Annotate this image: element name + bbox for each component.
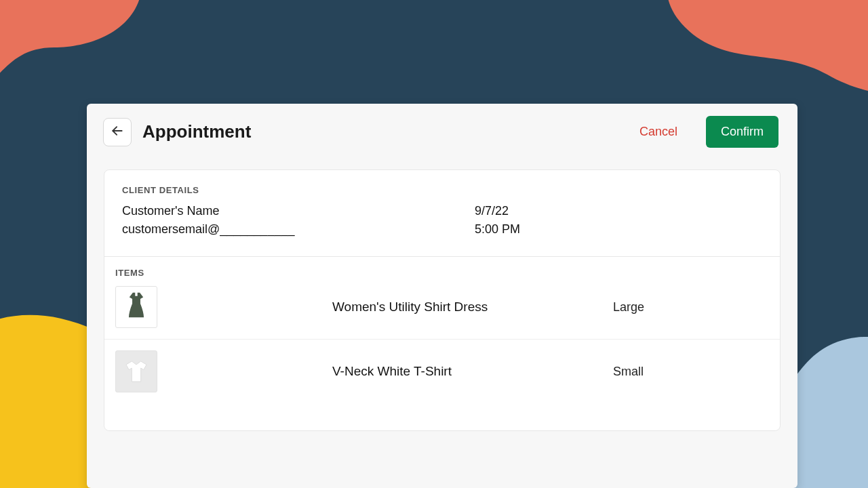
appointment-card: Appointment Cancel Confirm CLIENT DETAIL… <box>87 104 797 488</box>
card-header: Appointment Cancel Confirm <box>87 104 797 160</box>
confirm-button[interactable]: Confirm <box>706 116 778 148</box>
page-title: Appointment <box>142 121 251 142</box>
tshirt-icon <box>123 358 150 385</box>
item-thumbnail <box>115 286 157 328</box>
client-name: Customer's Name <box>122 202 475 220</box>
client-details-label: CLIENT DETAILS <box>104 170 780 202</box>
client-details: Customer's Name customersemail@_________… <box>104 202 780 256</box>
item-size: Large <box>613 300 769 314</box>
appointment-date: 9/7/22 <box>475 202 520 220</box>
arrow-left-icon <box>111 124 124 140</box>
item-name: V-Neck White T-Shirt <box>183 364 601 379</box>
item-row: Women's Utility Shirt Dress Large <box>104 282 780 339</box>
stage: Appointment Cancel Confirm CLIENT DETAIL… <box>0 0 868 488</box>
item-name: Women's Utility Shirt Dress <box>183 300 601 314</box>
item-thumbnail <box>115 350 157 392</box>
client-email: customersemail@___________ <box>122 220 475 239</box>
item-row: V-Neck White T-Shirt Small <box>104 339 780 403</box>
back-button[interactable] <box>103 118 132 146</box>
details-panel: CLIENT DETAILS Customer's Name customers… <box>104 169 781 431</box>
cancel-button[interactable]: Cancel <box>639 125 677 139</box>
item-size: Small <box>613 365 769 379</box>
client-schedule: 9/7/22 5:00 PM <box>475 202 520 239</box>
dress-icon <box>125 291 148 323</box>
client-identity: Customer's Name customersemail@_________… <box>122 202 475 239</box>
appointment-time: 5:00 PM <box>475 220 520 239</box>
items-label: ITEMS <box>104 257 780 282</box>
